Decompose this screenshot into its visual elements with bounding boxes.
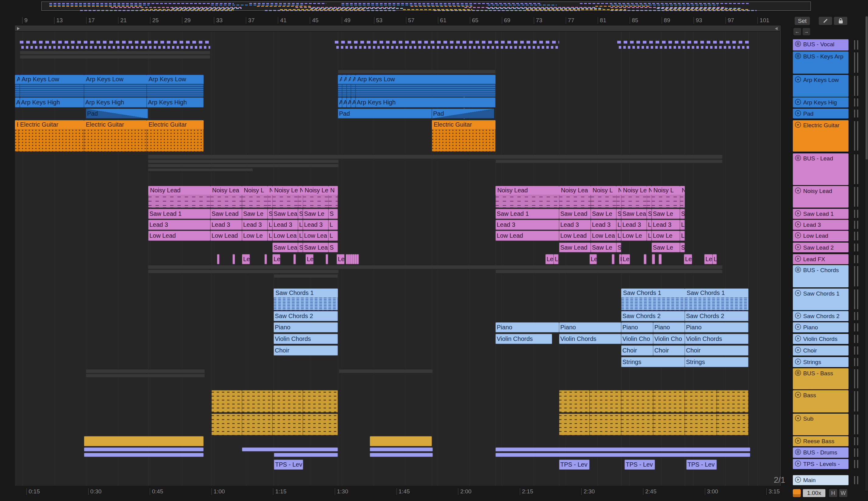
ghost-clip[interactable] [148,160,339,163]
clip-bus-drums-b[interactable] [370,453,433,457]
clip-saw-lead-1[interactable]: Saw Lead 1 [495,209,559,219]
clip-saw-lead-1[interactable]: S [616,209,621,219]
clip-electric-guitar[interactable]: Electric Guitar [432,120,495,152]
clip-noisy-lead[interactable]: N [647,186,652,207]
clip-noisy-lead[interactable]: Noisy Le [303,186,329,207]
clip-bus-vocal[interactable] [617,39,750,51]
clip-low-lead[interactable]: Low Lea [272,231,298,241]
clip-lead-3[interactable]: L [298,220,303,230]
ghost-clip[interactable] [86,369,205,373]
ghost-clip[interactable] [148,154,722,159]
clip-saw-lead-1[interactable]: S [268,209,272,219]
clip-lead-fx[interactable] [265,254,267,264]
clip-low-lead[interactable]: L [329,231,338,241]
clip-lead-fx[interactable]: Le [712,254,717,264]
clip-bass[interactable] [212,390,242,413]
clip-lead-fx[interactable] [658,254,662,264]
clip-saw-chords-2[interactable]: Saw Chords 2 [621,311,685,321]
clip-piano[interactable]: Piano [495,322,559,332]
clip-lead-fx[interactable] [217,254,219,264]
clip-bus-vocal[interactable] [335,39,559,51]
clip-arp-keys-low[interactable]: Arp Keys Low [20,75,84,97]
clip-lead-fx[interactable]: L [619,254,621,264]
clip-bus-drums-b[interactable] [495,453,750,457]
track-header-lead-3[interactable]: Lead 3 [793,220,848,230]
clip-electric-guitar[interactable]: El [15,120,18,152]
clip-low-lead[interactable]: Low Lead [495,231,559,241]
clip-noisy-lead[interactable]: N [298,186,303,207]
clip-lead-fx[interactable] [356,254,359,264]
clip-arp-keys-low[interactable]: Ar [347,75,351,97]
clip-arp-keys-high[interactable]: Arp Keys High [147,97,204,107]
track-header-arp-keys-hig[interactable]: Arp Keys Hig [793,97,848,107]
track-header-electric-guitar[interactable]: Electric Guitar [793,120,848,152]
clip-saw-lead-2[interactable]: S [680,243,685,252]
clip-saw-lead-1[interactable]: Saw Le [591,209,616,219]
bus-icon[interactable] [795,155,801,161]
clip-low-lead[interactable]: Low Lea [303,231,329,241]
play-triangle-icon[interactable] [795,335,801,341]
clip-low-lead[interactable]: Low Le [621,231,647,241]
play-triangle-icon[interactable] [795,460,801,467]
clip-saw-lead-2[interactable]: Saw Le [652,243,680,252]
fold-arrow-icon[interactable] [795,290,801,296]
clip-pad[interactable]: Pad [432,109,494,118]
track-header-bus-keys-arp[interactable]: BUS - Keys Arp [793,51,848,74]
track-header-saw-lead-2[interactable]: Saw Lead 2 [793,243,848,252]
clip-bus-drums-b[interactable] [84,453,204,457]
clip-lead-3[interactable]: Lead 3 [242,220,268,230]
clip-violin-chords[interactable]: Violin Chords [685,334,748,344]
clip-lead-3[interactable]: Lead 3 [210,220,242,230]
clip-violin-chords[interactable]: Violin Chords [559,334,621,344]
track-header-lead-fx[interactable]: Lead FX [793,254,848,264]
play-triangle-icon[interactable] [795,359,801,365]
clip-arp-keys-low[interactable]: Ar [351,75,355,97]
clip-choir[interactable]: Choir [653,345,685,355]
clip-lead-fx[interactable] [233,254,235,264]
clip-lead-3[interactable]: L [329,220,338,230]
clip-arp-keys-high[interactable]: Arp Keys High [355,97,495,107]
clip-lead-3[interactable]: Lead 3 [621,220,647,230]
ghost-clip[interactable] [148,270,339,273]
ghost-clip[interactable] [338,70,495,74]
scrollbar-thumb[interactable] [866,17,868,160]
loop-end-marker-icon[interactable] [775,27,778,30]
ghost-clip[interactable] [274,274,338,278]
track-header-saw-lead-1[interactable]: Saw Lead 1 [793,209,848,219]
clip-tps-levels[interactable]: TPS - Lev [559,460,590,470]
clip-lead-fx[interactable] [612,254,614,264]
clip-arp-keys-low[interactable]: Arp Keys Low [355,75,495,97]
vertical-scrollbar[interactable] [865,16,868,491]
clip-tps-levels[interactable]: TPS - Lev [274,460,303,470]
clip-lead-3[interactable]: Lead 3 [652,220,680,230]
draw-tool-button[interactable] [819,17,832,25]
clip-arp-keys-high[interactable]: Arp Keys High [84,97,147,107]
clip-noisy-lead[interactable]: Noisy Lead [148,186,210,207]
clip-saw-lead-1[interactable]: Saw Lea [621,209,647,219]
clip-arp-keys-high[interactable]: Ar [15,97,20,107]
play-triangle-icon[interactable] [795,256,801,262]
clip-lead-fx[interactable] [644,254,646,264]
bus-icon[interactable] [795,41,801,47]
clip-saw-lead-1[interactable]: S [329,209,338,219]
play-triangle-icon[interactable] [795,438,801,444]
clip-bus-drums-a[interactable] [370,447,433,451]
clip-low-lead[interactable]: L [268,231,272,241]
arrangement-grid[interactable]: ArArp Keys LowArp Keys LowArp Keys LowAr… [15,32,780,486]
clip-saw-lead-2[interactable]: Saw Lea [272,243,298,252]
bus-icon[interactable] [795,267,801,273]
clip-bus-drums-b[interactable] [274,453,338,457]
clip-sub[interactable] [272,414,303,435]
clip-low-lead[interactable]: Low Le [242,231,268,241]
clip-noisy-lead[interactable]: Noisy Le [272,186,298,207]
clip-arp-keys-high[interactable]: Ar [351,97,355,107]
clip-saw-lead-1[interactable]: S [647,209,652,219]
clip-low-lead[interactable]: L [616,231,621,241]
ghost-clip[interactable] [495,160,722,163]
clip-bus-drums-a[interactable] [242,447,338,451]
clip-choir[interactable]: Choir [274,345,338,355]
clip-lead-fx[interactable]: Le [621,254,630,264]
clip-lead-fx[interactable]: Le [272,254,280,264]
clip-low-lead[interactable]: L [298,231,303,241]
ghost-clip[interactable] [148,164,339,168]
